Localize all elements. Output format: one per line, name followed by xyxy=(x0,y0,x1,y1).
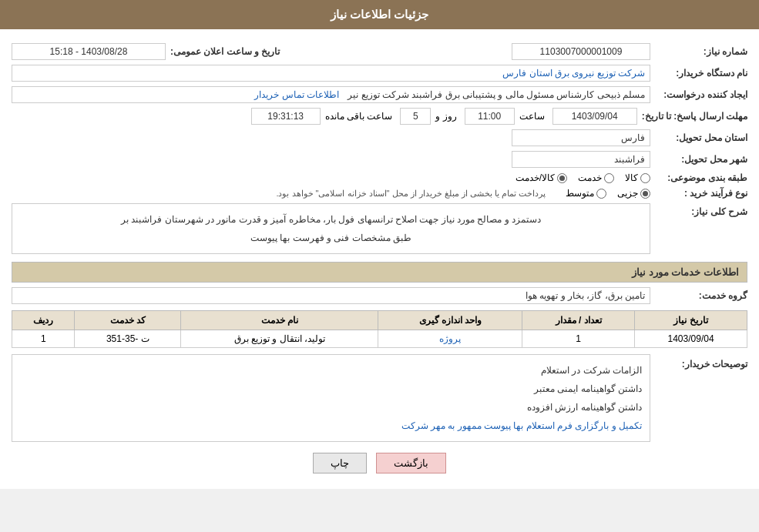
ijad-konande-label: ایجاد کننده درخواست: xyxy=(655,89,747,100)
cell-tedad-0: 1 xyxy=(522,330,635,348)
page-wrapper: جزئیات اطلاعات نیاز شماره نیاز: 11030070… xyxy=(0,0,759,489)
back-button[interactable]: بازگشت xyxy=(376,453,446,473)
sharh-label: شرح کلی نیاز: xyxy=(655,203,747,217)
col-vahed: واحد اندازه گیری xyxy=(378,311,522,330)
col-kod: کد خدمت xyxy=(75,311,181,330)
mohlat-label: مهلت ارسال پاسخ: تا تاریخ: xyxy=(642,111,747,122)
noe-farayand-row: نوع فرآیند خرید : جزیی متوسط پرداخت تمام… xyxy=(12,188,747,199)
radio-khadamat-item: خدمت xyxy=(578,172,614,183)
radio-kala-khadamat-circle[interactable] xyxy=(557,173,567,183)
page-header: جزئیات اطلاعات نیاز xyxy=(0,0,759,29)
services-table: تاریخ نیاز تعداد / مقدار واحد اندازه گیر… xyxy=(12,310,747,348)
cell-vahed-0: پروژه xyxy=(378,330,522,348)
main-content: شماره نیاز: 1103007000001009 تاریخ و ساع… xyxy=(0,29,759,489)
radio-khadamat-circle[interactable] xyxy=(604,173,614,183)
radio-jozvi-label: جزیی xyxy=(617,188,638,199)
groupe-khadamat-row: گروه خدمت: تامین برق، گاز، بخار و تهویه … xyxy=(12,287,747,304)
ijad-konande-row: ایجاد کننده درخواست: مسلم ذبیحی کارشناس … xyxy=(12,86,747,103)
noe-farayand-label: نوع فرآیند خرید : xyxy=(655,188,747,199)
shahr-label: شهر محل تحویل: xyxy=(655,154,747,165)
sharh-line1: دستمزد و مصالح مورد نیاز جهت اصلاح ترانس… xyxy=(121,214,541,225)
page-title: جزئیات اطلاعات نیاز xyxy=(331,8,428,21)
shomare-niaz-label: شماره نیاز: xyxy=(655,46,747,57)
saat-label: ساعت xyxy=(519,111,545,122)
groupe-khadamat-label: گروه خدمت: xyxy=(655,290,747,301)
buttons-row: بازگشت چاپ xyxy=(12,453,747,473)
ostan-tahvil-row: استان محل تحویل: فارس xyxy=(12,129,747,146)
date-value: 1403/09/04 xyxy=(552,108,637,125)
table-row: 1403/09/04 1 پروژه تولید، انتقال و توزیع… xyxy=(12,330,747,348)
saat-value: 11:00 xyxy=(465,108,515,125)
tasviyeh-note: پرداخت تمام یا بخشی از مبلغ خریدار از مح… xyxy=(276,189,546,199)
cell-radif-0: 1 xyxy=(12,330,75,348)
radio-jozvi-circle[interactable] xyxy=(640,189,650,199)
shahr-value: فراشبند xyxy=(512,151,650,168)
shomare-niaz-value: 1103007000001009 xyxy=(512,43,650,60)
radio-motevasset-label: متوسط xyxy=(566,188,594,199)
nam-dastgah-label: نام دستگاه خریدار: xyxy=(655,68,747,79)
table-header-row: تاریخ نیاز تعداد / مقدار واحد اندازه گیر… xyxy=(12,311,747,330)
radio-kala-khadamat-label: کالا/خدمت xyxy=(516,172,555,183)
tosifat-line3: داشتن گواهینامه ارزش افزوده xyxy=(20,398,642,417)
groupe-khadamat-value: تامین برق، گاز، بخار و تهویه هوا xyxy=(12,287,650,304)
col-radif: ردیف xyxy=(12,311,75,330)
radio-kala-circle[interactable] xyxy=(640,173,650,183)
col-tedad: تعداد / مقدار xyxy=(522,311,635,330)
radio-kala-khadamat-item: کالا/خدمت xyxy=(516,172,567,183)
radio-kala-label: کالا xyxy=(625,172,638,183)
sharh-row: شرح کلی نیاز: دستمزد و مصالح مورد نیاز ج… xyxy=(12,203,747,254)
nam-dastgah-value: شرکت توزیع نیروی برق استان فارس xyxy=(12,65,650,82)
radio-jozvi-item: جزیی xyxy=(617,188,650,199)
khadamat-section-title: اطلاعات خدمات مورد نیاز xyxy=(12,262,747,283)
tarikh-label: تاریخ و ساعت اعلان عمومی: xyxy=(170,46,280,57)
tamas-kharidar-link[interactable]: اطلاعات تماس خریدار xyxy=(254,89,339,100)
tabaqeh-bandi-row: طبقه بندی موضوعی: کالا خدمت کالا/خدمت xyxy=(12,172,747,183)
tabaqeh-radios: کالا خدمت کالا/خدمت xyxy=(516,172,650,183)
ostan-value: فارس xyxy=(512,129,650,146)
col-tarikh: تاریخ نیاز xyxy=(635,311,747,330)
tosifat-line2: داشتن گواهینامه ایمنی معتبر xyxy=(20,380,642,398)
radio-kala-item: کالا xyxy=(625,172,650,183)
cell-tarikh-0: 1403/09/04 xyxy=(635,330,747,348)
mohlat-ersal-row: مهلت ارسال پاسخ: تا تاریخ: 1403/09/04 سا… xyxy=(12,108,747,125)
tosifat-line4: تکمیل و بارگزاری فرم استعلام بها پیوست م… xyxy=(20,417,642,435)
rooz-value: 5 xyxy=(400,108,431,125)
rooz-label: روز و xyxy=(435,111,456,122)
radio-khadamat-label: خدمت xyxy=(578,172,602,183)
ijad-konande-value: مسلم ذبیحی کارشناس مسئول مالی و پشتیبانی… xyxy=(12,86,650,103)
col-name: نام خدمت xyxy=(181,311,378,330)
nam-dastgah-row: نام دستگاه خریدار: شرکت توزیع نیروی برق … xyxy=(12,65,747,82)
tosifat-row: توصیحات خریدار: الزامات شرکت در استعلام … xyxy=(12,354,747,442)
cell-kod-0: ت -35-351 xyxy=(75,330,181,348)
cell-name-0: تولید، انتقال و توزیع برق xyxy=(181,330,378,348)
maandeh-label: ساعت باقی مانده xyxy=(325,111,393,122)
tarikh-value: 1403/08/28 - 15:18 xyxy=(12,43,166,60)
tosifat-line1: الزامات شرکت در استعلام xyxy=(20,361,642,380)
shomare-niaz-row: شماره نیاز: 1103007000001009 تاریخ و ساع… xyxy=(12,43,747,60)
maandeh-value: 19:31:13 xyxy=(251,108,321,125)
ostan-label: استان محل تحویل: xyxy=(655,132,747,143)
shahr-tahvil-row: شهر محل تحویل: فراشبند xyxy=(12,151,747,168)
print-button[interactable]: چاپ xyxy=(313,453,367,473)
tosifat-label: توصیحات خریدار: xyxy=(655,354,747,370)
sharh-box: دستمزد و مصالح مورد نیاز جهت اصلاح ترانس… xyxy=(12,203,650,254)
radio-motevasset-circle[interactable] xyxy=(596,189,606,199)
tabaqeh-label: طبقه بندی موضوعی: xyxy=(655,172,747,183)
radio-motevasset-item: متوسط xyxy=(566,188,606,199)
noe-farayand-radios: جزیی متوسط xyxy=(566,188,650,199)
tosifat-box: الزامات شرکت در استعلام داشتن گواهینامه … xyxy=(12,354,650,442)
sharh-line2: طبق مشخصات فنی و فهرست بها پیوست xyxy=(250,233,411,243)
tosifat-link[interactable]: تکمیل و بارگزاری فرم استعلام بها پیوست م… xyxy=(401,420,642,431)
